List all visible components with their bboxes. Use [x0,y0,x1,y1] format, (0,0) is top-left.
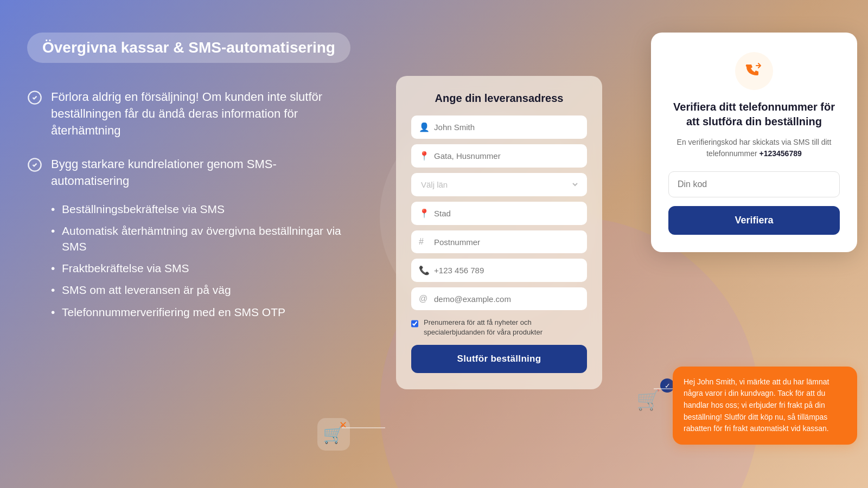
verify-subtitle-text: En verifieringskod har skickats via SMS … [677,138,832,158]
email-input[interactable] [434,294,579,304]
feature-item-2: Bygg starkare kundrelationer genom SMS-a… [27,156,353,323]
name-field[interactable]: 👤 [411,115,587,139]
person-icon: 👤 [419,122,429,132]
location-icon-city: 📍 [419,208,429,219]
delivery-form-card: Ange din leveransadress 👤 📍 Välj län 📍 #… [396,76,602,389]
sms-notification-bubble: Hej John Smith, vi märkte att du har läm… [673,367,857,445]
svg-text:✕: ✕ [339,420,347,431]
sub-item-4: SMS om att leveransen är på väg [51,279,353,301]
email-field[interactable]: @ [411,287,587,310]
phone-icon-wrapper [668,52,840,90]
phone-input[interactable] [434,266,579,275]
left-panel: Övergivna kassar & SMS-automatisering Fö… [0,0,380,488]
submit-order-button[interactable]: Slutför beställning [411,345,587,373]
hash-icon: # [419,237,429,247]
check-icon-1 [27,90,42,105]
postal-field[interactable]: # [411,230,587,253]
verify-subtitle: En verifieringskod har skickats via SMS … [668,137,840,159]
cart-abandoned-icon: 🛒 ✕ [315,415,353,455]
sub-item-1: Beställningsbekräftelse via SMS [51,198,353,220]
verify-title: Verifiera ditt telefonnummer för att slu… [668,100,840,129]
form-title: Ange din leveransadress [411,92,587,105]
feature-item-1: Förlora aldrig en försäljning! Om kunden… [27,89,353,139]
page-title: Övergivna kassar & SMS-automatisering [42,39,335,56]
feature-list: Förlora aldrig en försäljning! Om kunden… [27,89,353,323]
sub-item-5: Telefonnummerverifiering med en SMS OTP [51,301,353,323]
phone-arrow-icon [744,61,764,81]
newsletter-checkbox-row[interactable]: Prenumerera för att få nyheter och speci… [411,318,587,337]
sms-bubble-text: Hej John Smith, vi märkte att du har läm… [684,377,829,433]
phone-icon-circle [735,52,773,90]
sub-item-3: Fraktbekräftelse via SMS [51,258,353,279]
feature-text-1: Förlora aldrig en försäljning! Om kunden… [51,89,353,139]
address-field[interactable]: 📍 [411,144,587,168]
right-section: Ange din leveransadress 👤 📍 Välj län 📍 #… [380,0,868,488]
cart-check-svg: 🛒 [632,383,665,415]
county-select[interactable]: Välj län [419,179,579,190]
location-icon-address: 📍 [419,151,429,161]
address-input[interactable] [434,151,579,160]
newsletter-checkbox[interactable] [411,319,418,329]
code-input[interactable] [668,171,840,197]
title-badge: Övergivna kassar & SMS-automatisering [27,33,350,63]
county-field[interactable]: Välj län [411,173,587,196]
postal-input[interactable] [434,237,579,247]
name-input[interactable] [434,123,579,132]
feature-text-2: Bygg starkare kundrelationer genom SMS-a… [51,157,277,188]
email-icon: @ [419,294,429,304]
sub-feature-list: Beställningsbekräftelse via SMS Automati… [51,198,353,323]
feature-content-2: Bygg starkare kundrelationer genom SMS-a… [51,156,353,323]
cart-check-wrapper: 🛒 ✓ [632,383,665,418]
city-input[interactable] [434,209,579,218]
newsletter-label: Prenumerera för att få nyheter och speci… [424,318,587,337]
sub-item-2: Automatisk återhämtning av övergivna bes… [51,220,353,258]
check-icon-2 [27,157,42,172]
verify-button[interactable]: Verifiera [668,206,840,235]
cart-x-svg: 🛒 ✕ [315,415,353,453]
city-field[interactable]: 📍 [411,202,587,225]
verification-modal: Verifiera ditt telefonnummer för att slu… [651,33,857,252]
verify-phone-number: +123456789 [760,149,802,158]
cart-connector-line [342,427,385,428]
phone-icon-form: 📞 [419,265,429,275]
phone-field[interactable]: 📞 [411,259,587,282]
cart-bubble: 🛒 ✕ [315,415,353,453]
svg-text:🛒: 🛒 [636,388,661,412]
